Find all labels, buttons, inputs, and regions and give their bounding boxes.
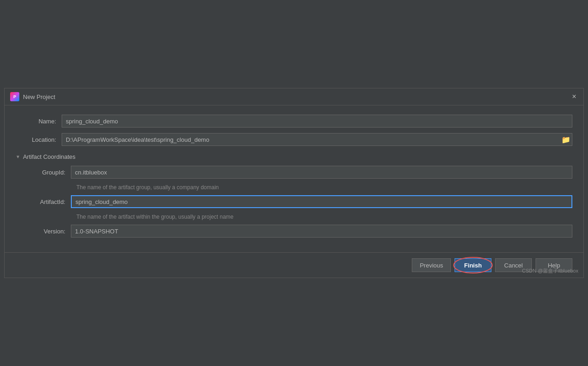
version-input[interactable] — [71, 225, 572, 238]
dialog-title: New Project — [23, 93, 55, 100]
groupid-input-wrapper — [71, 166, 572, 179]
version-input-wrapper — [71, 225, 572, 238]
name-input-wrapper — [62, 115, 572, 128]
artifact-coordinates-header[interactable]: ▼ Artifact Coordinates — [16, 153, 572, 160]
artifactid-row: ArtifactId: — [25, 195, 572, 208]
artifactid-input-wrapper — [71, 195, 572, 208]
location-row: Location: 📁 — [16, 133, 572, 146]
artifactid-input[interactable] — [71, 195, 572, 208]
previous-button[interactable]: Previous — [412, 258, 451, 272]
name-label: Name: — [16, 118, 62, 125]
groupid-input[interactable] — [71, 166, 572, 179]
title-bar: P New Project × — [5, 88, 583, 105]
folder-browse-icon[interactable]: 📁 — [561, 135, 571, 144]
version-label: Version: — [25, 228, 71, 235]
artifact-coordinates-title: Artifact Coordinates — [23, 153, 75, 160]
artifact-coordinates-section: GroupId: The name of the artifact group,… — [16, 166, 572, 238]
collapse-triangle-icon: ▼ — [16, 154, 20, 159]
watermark: CSDN @蓝盒子itbluebox — [522, 267, 578, 274]
groupid-row: GroupId: — [25, 166, 572, 179]
dialog-content: Name: Location: 📁 ▼ Artifact Coordinates — [5, 105, 583, 252]
location-input[interactable] — [62, 133, 572, 146]
dialog-footer: Previous Finish Cancel Help — [5, 252, 583, 278]
artifactid-hint: The name of the artifact within the grou… — [25, 214, 572, 220]
name-row: Name: — [16, 115, 572, 128]
artifactid-label: ArtifactId: — [25, 198, 71, 205]
app-logo: P — [10, 92, 19, 101]
location-input-wrapper: 📁 — [62, 133, 572, 146]
finish-button[interactable]: Finish — [455, 258, 491, 272]
location-label: Location: — [16, 136, 62, 143]
groupid-hint: The name of the artifact group, usually … — [25, 184, 572, 191]
close-button[interactable]: × — [571, 93, 578, 100]
groupid-label: GroupId: — [25, 169, 71, 176]
version-row: Version: — [25, 225, 572, 238]
name-input[interactable] — [62, 115, 572, 128]
